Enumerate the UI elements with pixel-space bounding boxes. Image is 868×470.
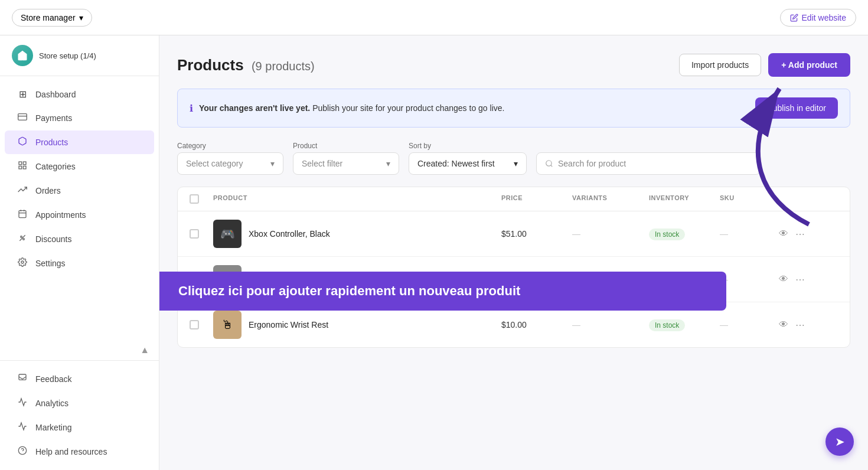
more-button[interactable]: ⋯: [795, 274, 805, 285]
product-price: $51.00: [501, 229, 572, 239]
sidebar-item-label: Settings: [35, 259, 66, 268]
import-products-button[interactable]: Import products: [679, 54, 761, 76]
product-sku: —: [720, 229, 779, 239]
chevron-down-icon: ▾: [386, 159, 390, 168]
page-header: Products (9 products) Import products + …: [177, 53, 850, 77]
add-product-button[interactable]: + Add product: [768, 53, 850, 77]
product-select[interactable]: Select filter ▾: [293, 152, 399, 175]
page-title: Products (9 products): [177, 56, 315, 74]
app-layout: Store setup (1/4) ⊞ Dashboard Payments P…: [0, 35, 868, 470]
view-button[interactable]: 👁: [779, 274, 788, 285]
pencil-icon: [790, 14, 798, 22]
row-checkbox[interactable]: [190, 229, 213, 239]
row-actions: 👁 ⋯: [779, 319, 814, 331]
page-title-group: Products (9 products): [177, 56, 315, 74]
sidebar-item-products[interactable]: Products: [5, 130, 154, 154]
product-cell: 🖱 Ergonomic Wrist Rest: [213, 311, 501, 339]
store-icon: [17, 50, 28, 61]
header-sku: SKU: [720, 194, 779, 204]
setup-label: Store setup (1/4): [39, 51, 96, 60]
row-checkbox[interactable]: [190, 320, 213, 329]
chevron-down-icon: ▾: [514, 159, 518, 168]
sort-filter-group: Sort by Created: Newest first ▾: [409, 142, 527, 175]
analytics-icon: [17, 397, 28, 409]
category-filter-group: Category Select category ▾: [177, 142, 283, 175]
header-checkbox-col: [190, 194, 213, 204]
dashboard-icon: ⊞: [17, 89, 28, 100]
row-actions: 👁 ⋯: [779, 229, 814, 240]
sidebar-item-label: Categories: [35, 162, 76, 171]
sidebar-item-label: Appointments: [35, 210, 86, 220]
setup-icon: [12, 45, 33, 66]
edit-website-label: Edit website: [802, 13, 846, 22]
product-name: Ergonomic Wrist Rest: [249, 320, 328, 329]
sidebar-bottom: Feedback Analytics Marketing Help and re…: [0, 360, 159, 470]
sidebar-item-orders[interactable]: Orders: [5, 179, 154, 203]
product-label: Product: [293, 142, 399, 150]
category-placeholder: Select category: [186, 159, 243, 168]
marketing-icon: [17, 422, 28, 433]
sidebar-item-help[interactable]: Help and resources: [5, 440, 154, 464]
search-icon: [545, 159, 553, 168]
svg-rect-0: [18, 114, 27, 120]
payments-icon: [17, 112, 28, 124]
sidebar-item-label: Products: [35, 138, 68, 147]
topbar: Store manager ▾ Edit website: [0, 0, 868, 35]
product-name: Xbox Controller, Black: [249, 229, 330, 239]
header-actions: Import products + Add product: [679, 53, 850, 77]
sidebar-item-dashboard[interactable]: ⊞ Dashboard: [5, 83, 154, 106]
sidebar-item-payments[interactable]: Payments: [5, 106, 154, 130]
overlay-tooltip: Cliquez ici pour ajouter rapidement un n…: [159, 272, 726, 311]
product-filter-group: Product Select filter ▾: [293, 142, 399, 175]
fab-button[interactable]: ➤: [825, 427, 854, 456]
sidebar-item-label: Orders: [35, 186, 61, 195]
sidebar-item-settings[interactable]: Settings: [5, 252, 154, 275]
sidebar-item-label: Analytics: [35, 399, 68, 408]
sidebar-item-appointments[interactable]: Appointments: [5, 203, 154, 227]
filters-row: Category Select category ▾ Product Selec…: [177, 142, 850, 175]
sidebar-item-marketing[interactable]: Marketing: [5, 416, 154, 439]
settings-icon: [17, 257, 28, 269]
select-all-checkbox[interactable]: [190, 194, 199, 204]
more-button[interactable]: ⋯: [795, 319, 805, 331]
view-button[interactable]: 👁: [779, 229, 788, 239]
edit-website-button[interactable]: Edit website: [780, 9, 856, 27]
store-manager-button[interactable]: Store manager ▾: [12, 9, 92, 27]
category-select[interactable]: Select category ▾: [177, 152, 283, 175]
search-box[interactable]: Search for product: [536, 152, 761, 175]
view-button[interactable]: 👁: [779, 319, 788, 330]
product-thumbnail: 🖱: [213, 311, 242, 339]
sidebar: Store setup (1/4) ⊞ Dashboard Payments P…: [0, 35, 159, 470]
product-sku: —: [720, 275, 779, 284]
sidebar-nav: ⊞ Dashboard Payments Products Categorie: [0, 76, 159, 342]
appointments-icon: [17, 209, 28, 221]
sidebar-item-discounts[interactable]: Discounts: [5, 227, 154, 251]
product-price: $10.00: [501, 320, 572, 329]
sidebar-item-label: Feedback: [35, 374, 71, 384]
sidebar-item-analytics[interactable]: Analytics: [5, 391, 154, 415]
products-table: PRODUCT PRICE VARIANTS INVENTORY SKU 🎮 X…: [177, 187, 850, 348]
sidebar-item-categories[interactable]: Categories: [5, 155, 154, 178]
sidebar-setup-item[interactable]: Store setup (1/4): [0, 35, 159, 76]
search-placeholder: Search for product: [558, 159, 626, 168]
sidebar-item-label: Marketing: [35, 423, 71, 432]
header-price: PRICE: [501, 194, 572, 204]
svg-rect-4: [23, 166, 26, 169]
svg-point-13: [21, 261, 24, 263]
table-header: PRODUCT PRICE VARIANTS INVENTORY SKU: [178, 187, 850, 211]
chevron-down-icon: ▾: [79, 13, 83, 22]
collapse-button[interactable]: ▲: [140, 345, 149, 355]
help-icon: [17, 446, 28, 458]
header-inventory: INVENTORY: [649, 194, 720, 204]
svg-point-11: [23, 239, 25, 240]
publish-in-editor-button[interactable]: Publish in editor: [755, 97, 838, 119]
svg-rect-5: [19, 166, 22, 169]
sort-select[interactable]: Created: Newest first ▾: [409, 152, 527, 175]
svg-point-17: [546, 161, 552, 166]
more-button[interactable]: ⋯: [795, 229, 805, 240]
search-group: Search for product: [536, 142, 850, 175]
discounts-icon: [17, 233, 28, 245]
sidebar-item-feedback[interactable]: Feedback: [5, 367, 154, 391]
alert-content: ℹ Your changes aren't live yet. Publish …: [190, 103, 504, 114]
sidebar-item-label: Dashboard: [35, 90, 76, 99]
